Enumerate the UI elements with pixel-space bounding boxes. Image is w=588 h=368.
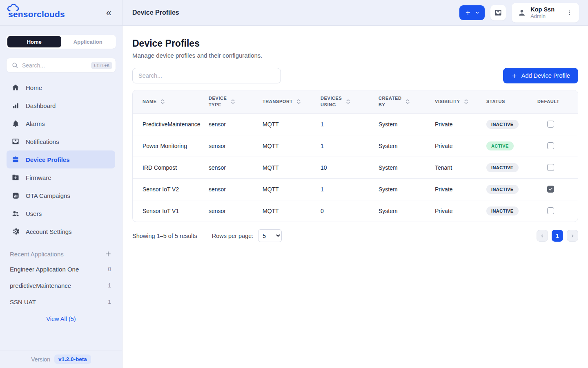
quick-add-dropdown-button[interactable] — [459, 5, 485, 20]
alarms-icon — [11, 119, 20, 128]
sidebar-item-users[interactable]: Users — [7, 204, 115, 222]
status-badge: INACTIVE — [486, 206, 519, 215]
cell-default — [537, 178, 578, 200]
brand-logo: sensorclouds — [8, 6, 65, 19]
default-checkbox[interactable] — [547, 142, 554, 149]
sidebar-item-label: Dashboard — [26, 102, 56, 109]
recent-applications-list: Engineer Application One0predictiveMaint… — [0, 261, 122, 310]
next-page-button[interactable] — [567, 230, 578, 242]
user-meta: Kop Ssn Admin — [530, 6, 555, 20]
default-checkbox[interactable] — [547, 164, 554, 171]
cell-name: PredictiveMaintenance — [133, 113, 209, 135]
table-row: Sensor IoT V2sensorMQTT1SystemPrivateINA… — [133, 178, 578, 200]
sidebar-item-alarms[interactable]: Alarms — [7, 114, 115, 132]
table-search-input[interactable] — [132, 68, 281, 83]
cell-visibility: Private — [435, 135, 486, 157]
table-row: PredictiveMaintenancesensorMQTT1SystemPr… — [133, 113, 578, 135]
recent-application-count: 0 — [108, 266, 111, 272]
rows-per-page-label: Rows per page: — [212, 233, 254, 239]
sidebar-collapse-button[interactable]: « — [105, 7, 113, 18]
recent-application-item[interactable]: predictiveMaintenance1 — [0, 277, 122, 294]
previous-page-button[interactable] — [537, 230, 548, 242]
cell-name: Sensor IoT V2 — [133, 178, 209, 200]
dashboard-icon — [11, 101, 20, 110]
sidebar-item-account-settings[interactable]: Account Settings — [7, 222, 115, 240]
column-header-created-by[interactable]: CREATED BY — [379, 90, 435, 113]
default-checkbox[interactable] — [547, 207, 554, 214]
column-label: DEVICE TYPE — [209, 95, 227, 108]
default-checkbox[interactable] — [547, 186, 554, 193]
results-summary: Showing 1–5 of 5 results — [132, 233, 197, 239]
topbar-title: Device Profiles — [132, 9, 179, 16]
add-application-button[interactable] — [105, 250, 112, 258]
table-controls: Add Device Profile — [132, 68, 578, 83]
topbar: Device Profiles Kop Ssn Admin — [122, 0, 588, 26]
page-title: Device Profiles — [132, 38, 578, 49]
recent-application-count: 1 — [108, 282, 111, 289]
page-subtitle: Manage device profiles and their configu… — [132, 52, 578, 59]
cell-created-by: System — [379, 157, 435, 178]
cell-status: INACTIVE — [486, 157, 537, 178]
recent-application-item[interactable]: Engineer Application One0 — [0, 261, 122, 277]
recent-application-label: SSN UAT — [10, 298, 36, 305]
search-shortcut-badge: Ctrl+K — [91, 62, 112, 69]
scope-tab-home[interactable]: Home — [7, 36, 61, 47]
cell-created-by: System — [379, 200, 435, 222]
chevron-right-icon — [570, 233, 575, 238]
column-header-name[interactable]: NAME — [133, 90, 209, 113]
chevron-down-icon — [475, 10, 480, 15]
status-badge: ACTIVE — [486, 141, 514, 150]
cell-device-type: sensor — [209, 113, 263, 135]
cell-devices-using: 1 — [321, 178, 379, 200]
sidebar-item-home[interactable]: Home — [7, 79, 115, 96]
search-icon — [11, 62, 18, 69]
column-label: NAME — [143, 99, 157, 105]
column-header-visibility[interactable]: VISIBILITY — [435, 90, 486, 113]
sidebar-search-input[interactable] — [22, 62, 87, 69]
view-all-link[interactable]: View All (5) — [0, 316, 122, 322]
cell-default — [537, 113, 578, 135]
sidebar-item-dashboard[interactable]: Dashboard — [7, 96, 115, 114]
sidebar-item-notifications[interactable]: Notifications — [7, 132, 115, 150]
sidebar-item-label: Home — [26, 84, 42, 91]
sidebar-search[interactable]: Ctrl+K — [6, 58, 116, 73]
sidebar-item-ota-campaigns[interactable]: OTA Campaigns — [7, 186, 115, 204]
cell-default — [537, 135, 578, 157]
sort-icon — [405, 99, 410, 104]
page-content: Device Profiles Manage device profiles a… — [122, 26, 588, 368]
cell-created-by: System — [379, 113, 435, 135]
table-row: Sensor IoT V1sensorMQTT0SystemPrivateINA… — [133, 200, 578, 222]
cell-transport: MQTT — [263, 178, 321, 200]
column-header-device-type[interactable]: DEVICE TYPE — [209, 90, 263, 113]
sort-icon — [231, 99, 235, 104]
cell-name: Power Monitoring — [133, 135, 209, 157]
default-checkbox[interactable] — [547, 121, 554, 128]
scope-tab-application[interactable]: Application — [61, 36, 115, 47]
plus-icon — [465, 9, 471, 16]
current-page-button[interactable]: 1 — [552, 230, 563, 242]
user-kebab-menu[interactable] — [564, 8, 574, 18]
column-header-default: DEFAULT — [537, 90, 578, 113]
sidebar-item-firmware[interactable]: Firmware — [7, 168, 115, 186]
column-label: DEFAULT — [537, 99, 559, 105]
recent-application-item[interactable]: SSN UAT1 — [0, 294, 122, 310]
user-role: Admin — [530, 13, 555, 20]
cell-visibility: Private — [435, 200, 486, 222]
column-header-devices-using[interactable]: DEVICES USING — [321, 90, 379, 113]
add-device-profile-button[interactable]: Add Device Profile — [503, 68, 578, 83]
inbox-button[interactable] — [490, 5, 506, 20]
rows-per-page-select[interactable]: 5 — [258, 229, 282, 242]
version-label: Version — [31, 356, 50, 363]
ota-campaigns-icon — [11, 191, 20, 200]
sidebar-item-device-profiles[interactable]: Device Profiles — [7, 150, 115, 168]
column-header-transport[interactable]: TRANSPORT — [263, 90, 321, 113]
column-label: TRANSPORT — [263, 99, 293, 105]
user-name: Kop Ssn — [530, 6, 555, 13]
user-menu[interactable]: Kop Ssn Admin — [512, 3, 579, 22]
column-header-status: STATUS — [486, 90, 537, 113]
table-row: Power MonitoringsensorMQTT1SystemPrivate… — [133, 135, 578, 157]
firmware-icon — [11, 173, 20, 182]
column-label: DEVICES USING — [321, 95, 342, 108]
column-label: CREATED BY — [379, 95, 402, 108]
pagination: 1 — [537, 230, 578, 242]
